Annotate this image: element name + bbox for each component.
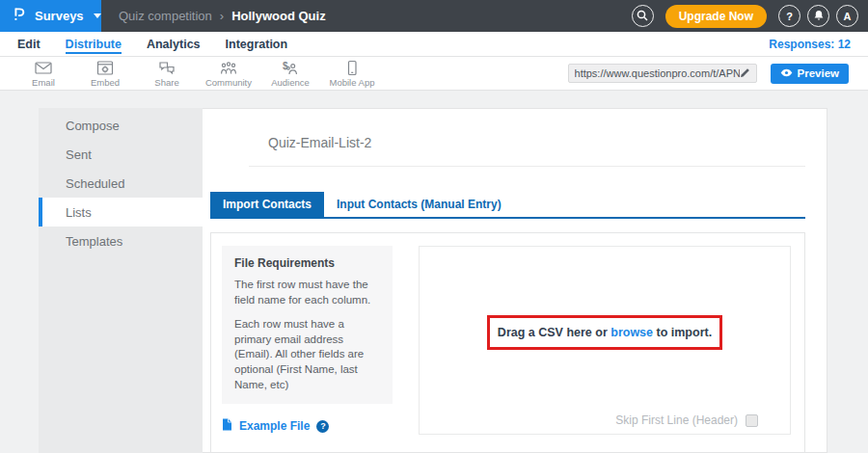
sidebar-item-templates[interactable]: Templates [39,226,203,255]
menu-item-edit[interactable]: Edit [17,35,41,54]
skip-first-line-label: Skip First Line (Header) [615,413,738,427]
email-icon [34,60,53,76]
breadcrumb-parent[interactable]: Quiz competition [119,9,212,23]
bell-icon [813,10,825,23]
skip-first-line-checkbox[interactable] [746,414,758,427]
tool-share[interactable]: Share [143,60,191,88]
tool-mobile-app[interactable]: Mobile App [328,60,376,88]
embed-icon [95,60,115,76]
avatar[interactable]: A [836,5,858,27]
file-requirements-box: File Requirements The first row must hav… [222,246,393,404]
search-icon [637,10,648,23]
drag-csv-highlight: Drag a CSV here or browse to import. [487,315,722,350]
preview-button[interactable]: Preview [771,64,849,84]
tab-input-contacts-manual[interactable]: Input Contacts (Manual Entry) [324,192,514,217]
contacts-tabs: Import Contacts Input Contacts (Manual E… [210,192,805,219]
breadcrumb: Quiz competition › Hollywood Quiz [119,9,326,23]
file-requirements-title: File Requirements [234,256,380,270]
community-icon [219,60,238,76]
tool-email[interactable]: Email [19,60,68,88]
menu-item-integration[interactable]: Integration [226,35,288,54]
questionpro-logo-icon [12,6,27,26]
list-name-header: Quiz-Email-List-2 [249,134,805,167]
chevron-down-icon [94,13,101,18]
example-file-row: Example File ? [222,417,393,435]
top-bar: Surveys Quiz competition › Hollywood Qui… [0,0,868,32]
eye-icon [780,67,793,79]
browse-link[interactable]: browse [610,326,653,339]
dropzone-text-before: Drag a CSV here or [498,326,610,339]
tool-community[interactable]: Community [204,60,253,88]
distribute-toolbar: Email Embed Share Community $ Audience M… [0,57,868,91]
file-requirements-column: File Requirements The first row must hav… [222,246,393,435]
survey-url-group: Preview [568,64,849,84]
notifications-button[interactable] [807,5,829,27]
survey-url-input[interactable] [575,67,740,79]
list-name[interactable]: Quiz-Email-List-2 [268,135,371,150]
share-icon [157,60,176,76]
csv-dropzone[interactable]: Drag a CSV here or browse to import. Ski… [419,246,791,435]
tool-embed[interactable]: Embed [81,60,129,88]
breadcrumb-separator-icon: › [220,9,224,23]
help-button[interactable]: ? [778,5,800,27]
import-panel: File Requirements The first row must hav… [210,232,805,453]
search-button[interactable] [632,5,654,27]
tab-import-contacts[interactable]: Import Contacts [210,192,324,217]
menu-item-distribute[interactable]: Distribute [66,35,122,54]
dropzone-text-after: to import. [653,326,712,339]
audience-icon: $ [281,60,300,76]
sidebar-item-compose[interactable]: Compose [39,111,203,140]
skip-first-line-row: Skip First Line (Header) [615,413,758,427]
responses-count[interactable]: Responses: 12 [769,38,851,51]
workspace: Compose Sent Scheduled Lists Templates Q… [0,91,868,453]
example-file-link[interactable]: Example File [239,419,310,433]
survey-menu: Edit Distribute Analytics Integration Re… [0,32,868,57]
file-requirements-paragraph-2: Each row must have a primary email addre… [234,317,380,393]
example-file-help-icon[interactable]: ? [316,420,329,433]
email-sidebar: Compose Sent Scheduled Lists Templates [39,108,203,453]
product-name: Surveys [35,9,84,23]
menu-item-analytics[interactable]: Analytics [147,35,201,54]
sidebar-item-lists[interactable]: Lists [39,198,203,226]
breadcrumb-current: Hollywood Quiz [231,9,326,23]
sidebar-item-scheduled[interactable]: Scheduled [39,169,203,198]
mobile-app-icon [342,60,362,76]
lists-panel: Quiz-Email-List-2 Import Contacts Input … [203,108,827,453]
upgrade-now-button[interactable]: Upgrade Now [665,5,767,28]
top-actions: Upgrade Now ? A [632,5,868,28]
edit-url-pencil-icon[interactable] [740,65,750,82]
survey-url-box [568,64,757,83]
sidebar-item-sent[interactable]: Sent [39,140,203,169]
product-switcher[interactable]: Surveys [0,0,101,32]
file-requirements-paragraph-1: The first row must have the field name f… [234,278,380,308]
tool-audience[interactable]: $ Audience [266,60,314,88]
document-icon [222,417,232,435]
